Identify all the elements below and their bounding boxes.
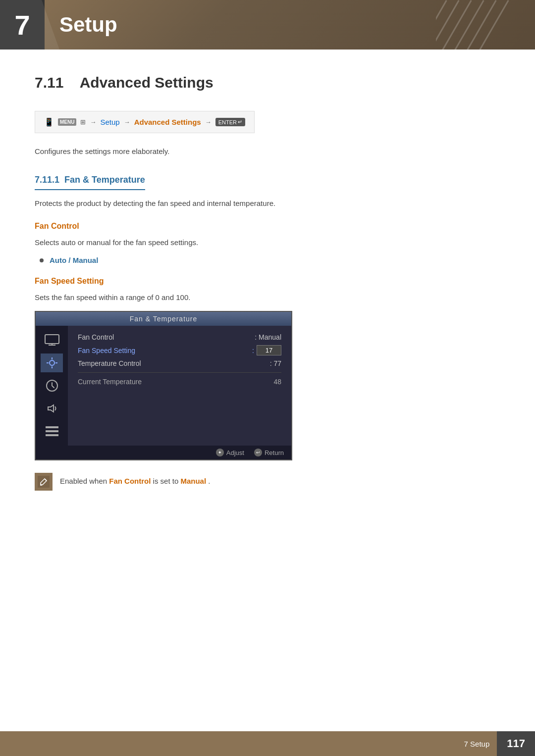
return-label: Return bbox=[265, 449, 284, 456]
temp-control-value: : 77 bbox=[270, 359, 281, 367]
mockup-titlebar: Fan & Temperature bbox=[36, 312, 291, 326]
fan-speed-label: Fan Speed Setting bbox=[78, 347, 135, 354]
advanced-settings-link: Advanced Settings bbox=[134, 118, 201, 126]
note-icon bbox=[35, 473, 53, 491]
fan-speed-description: Sets the fan speed within a range of 0 a… bbox=[35, 292, 500, 303]
return-icon: ↩ bbox=[254, 449, 262, 456]
mockup-row-fan-speed: Fan Speed Setting : 17 bbox=[78, 345, 281, 355]
arrow2: → bbox=[124, 118, 130, 126]
mockup-footer: ✦ Adjust ↩ Return bbox=[36, 446, 291, 459]
mockup-title: Fan & Temperature bbox=[130, 315, 198, 323]
sidebar-icon-2 bbox=[41, 353, 63, 372]
ui-mockup: Fan & Temperature bbox=[35, 311, 292, 460]
adjust-label: Adjust bbox=[226, 449, 244, 456]
fan-control-heading: Fan Control bbox=[35, 222, 500, 231]
fan-speed-input[interactable]: 17 bbox=[257, 345, 281, 355]
options-label: Auto / Manual bbox=[50, 256, 98, 264]
return-button: ↩ Return bbox=[254, 449, 284, 456]
menu-label: MENU bbox=[58, 118, 76, 126]
svg-point-1 bbox=[50, 360, 54, 365]
subsection-description: Protects the product by detecting the fa… bbox=[35, 198, 500, 209]
enter-button: ENTER ↵ bbox=[215, 118, 245, 126]
arrow1: → bbox=[90, 118, 96, 126]
sidebar-icon-1 bbox=[41, 331, 63, 350]
nav-path: 📱 MENU ⊞ → Setup → Advanced Settings → E… bbox=[35, 111, 255, 133]
svg-rect-6 bbox=[38, 476, 50, 488]
footer-chapter-label: 7 Setup bbox=[464, 740, 497, 748]
chapter-title: Setup bbox=[59, 13, 117, 37]
section-title: Advanced Settings bbox=[80, 74, 214, 91]
arrow3: → bbox=[205, 118, 212, 126]
section-number: 7.11 bbox=[35, 74, 63, 91]
current-temp-label: Current Temperature bbox=[78, 378, 142, 386]
mockup-row-temp-control: Temperature Control : 77 bbox=[78, 359, 281, 367]
setup-link: Setup bbox=[100, 118, 119, 126]
mockup-content: Fan Control : Manual Fan Speed Setting :… bbox=[68, 326, 291, 446]
footer-page-info: 7 Setup 117 bbox=[464, 731, 535, 756]
sidebar-icon-5 bbox=[41, 422, 63, 441]
footer-page-number: 117 bbox=[497, 731, 535, 756]
bullet-dot bbox=[40, 258, 44, 262]
adjust-button: ✦ Adjust bbox=[216, 449, 244, 456]
note-box: Enabled when Fan Control is set to Manua… bbox=[35, 473, 500, 491]
remote-icon: 📱 bbox=[44, 117, 54, 127]
main-content: 7.11 Advanced Settings 📱 MENU ⊞ → Setup … bbox=[0, 50, 535, 540]
svg-rect-4 bbox=[46, 430, 58, 432]
adjust-icon: ✦ bbox=[216, 449, 224, 456]
section-heading: 7.11 Advanced Settings bbox=[35, 74, 500, 96]
fan-control-label: Fan Control bbox=[78, 333, 114, 341]
sidebar-icon-4 bbox=[41, 399, 63, 418]
fan-speed-value: : 17 bbox=[252, 345, 281, 355]
note-manual: Manual bbox=[180, 477, 206, 485]
note-fan-control: Fan Control bbox=[109, 477, 151, 485]
grid-icon: ⊞ bbox=[80, 118, 86, 126]
footer-bar: 7 Setup 117 bbox=[0, 731, 535, 756]
fan-control-description: Selects auto or manual for the fan speed… bbox=[35, 237, 500, 249]
mockup-body: Fan Control : Manual Fan Speed Setting :… bbox=[36, 326, 291, 446]
mockup-temp-row: Current Temperature 48 bbox=[78, 378, 281, 386]
fan-control-value: : Manual bbox=[255, 333, 281, 341]
page-header: 7 Setup bbox=[0, 0, 535, 50]
svg-rect-5 bbox=[46, 434, 58, 436]
svg-rect-3 bbox=[46, 426, 58, 428]
temp-control-label: Temperature Control bbox=[78, 359, 141, 367]
note-mid: is set to bbox=[153, 477, 181, 485]
subsection-heading: 7.11.1 Fan & Temperature bbox=[35, 175, 145, 190]
fan-speed-heading: Fan Speed Setting bbox=[35, 277, 500, 286]
chapter-number: 7 bbox=[0, 0, 45, 50]
mockup-sidebar bbox=[36, 326, 68, 446]
note-text: Enabled when Fan Control is set to Manua… bbox=[60, 473, 210, 487]
note-suffix: . bbox=[208, 477, 210, 485]
mockup-divider bbox=[78, 372, 281, 373]
section-description: Configures the settings more elaborately… bbox=[35, 146, 500, 157]
mockup-row-fan-control: Fan Control : Manual bbox=[78, 333, 281, 341]
current-temp-value: 48 bbox=[273, 378, 281, 386]
options-bullet: Auto / Manual bbox=[40, 256, 500, 264]
sidebar-icon-3 bbox=[41, 376, 63, 395]
svg-rect-0 bbox=[45, 335, 59, 344]
note-prefix: Enabled when bbox=[60, 477, 109, 485]
